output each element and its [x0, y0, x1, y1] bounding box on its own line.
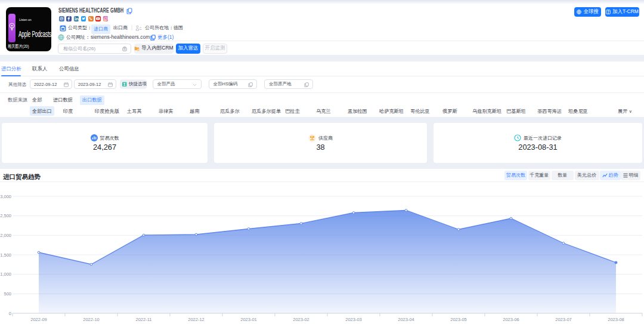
svg-text:1,500: 1,500 [0, 252, 11, 258]
svg-text:2,000: 2,000 [0, 233, 11, 238]
svg-text:2022-09: 2022-09 [30, 317, 47, 322]
svg-text:500: 500 [4, 291, 11, 297]
svg-text:2023-08: 2023-08 [608, 317, 624, 322]
svg-text:2,500: 2,500 [0, 213, 11, 218]
svg-text:2023-06: 2023-06 [503, 317, 519, 322]
svg-text:2022-10: 2022-10 [83, 317, 100, 322]
svg-text:2023-05: 2023-05 [450, 317, 467, 322]
svg-text:3,000: 3,000 [0, 194, 11, 199]
svg-text:0: 0 [9, 311, 11, 316]
svg-text:2023-04: 2023-04 [398, 317, 414, 322]
svg-text:2023-01: 2023-01 [240, 317, 257, 322]
svg-text:2022-12: 2022-12 [188, 317, 205, 322]
svg-text:2023-07: 2023-07 [555, 317, 572, 322]
svg-text:2022-11: 2022-11 [136, 317, 152, 322]
svg-text:2023-02: 2023-02 [293, 317, 309, 322]
svg-text:2023-03: 2023-03 [345, 317, 362, 322]
svg-text:1,000: 1,000 [0, 271, 11, 277]
